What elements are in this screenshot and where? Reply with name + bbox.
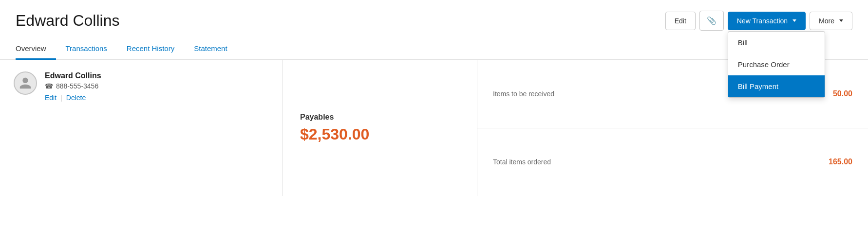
header: Edward Collins Edit 📎 New Transaction Bi…	[0, 0, 868, 38]
tab-transactions[interactable]: Transactions	[56, 38, 117, 60]
phone-icon: ☎	[45, 82, 53, 90]
payables-section: Payables $2,530.00	[283, 60, 477, 196]
payables-amount: $2,530.00	[300, 125, 459, 143]
tab-statement[interactable]: Statement	[184, 38, 237, 60]
more-label: More	[819, 17, 834, 25]
vendor-name: Edward Collins	[45, 71, 101, 80]
metric-label-items-ordered: Total items ordered	[493, 158, 551, 166]
attach-button[interactable]: 📎	[699, 11, 724, 31]
avatar	[14, 71, 37, 95]
vendor-details: Edward Collins ☎ 888-555-3456 Edit | Del…	[45, 71, 101, 102]
dropdown-item-bill-payment[interactable]: Bill Payment	[728, 75, 825, 97]
vendor-card: Edward Collins ☎ 888-555-3456 Edit | Del…	[0, 60, 283, 196]
dropdown-item-bill[interactable]: Bill	[728, 32, 825, 53]
metric-value-items-received: 50.00	[833, 89, 852, 98]
edit-button[interactable]: Edit	[665, 12, 696, 30]
new-transaction-button[interactable]: New Transaction	[728, 12, 806, 30]
edit-label: Edit	[675, 17, 686, 25]
header-actions: Edit 📎 New Transaction Bill Purchase Ord…	[665, 11, 852, 31]
dropdown-item-purchase-order[interactable]: Purchase Order	[728, 53, 825, 75]
vendor-phone: ☎ 888-555-3456	[45, 82, 101, 90]
vendor-info: Edward Collins ☎ 888-555-3456 Edit | Del…	[14, 71, 268, 102]
tab-recent-history[interactable]: Recent History	[117, 38, 184, 60]
vendor-phone-number: 888-555-3456	[56, 82, 98, 90]
page-title: Edward Collins	[16, 12, 119, 30]
more-button[interactable]: More	[810, 12, 852, 30]
new-transaction-dropdown-menu: Bill Purchase Order Bill Payment	[728, 31, 825, 98]
vendor-delete-link[interactable]: Delete	[66, 94, 86, 102]
metric-value-items-ordered: 165.00	[829, 158, 852, 166]
chevron-down-icon	[839, 19, 843, 22]
metric-row-items-ordered: Total items ordered 165.00	[477, 128, 868, 196]
page-wrapper: Edward Collins Edit 📎 New Transaction Bi…	[0, 0, 868, 246]
vendor-links: Edit | Delete	[45, 94, 101, 102]
vendor-edit-link[interactable]: Edit	[45, 94, 57, 102]
tab-overview[interactable]: Overview	[16, 38, 56, 60]
payables-label: Payables	[300, 113, 459, 122]
person-icon	[19, 76, 32, 90]
paperclip-icon: 📎	[707, 16, 717, 25]
chevron-down-icon	[793, 19, 796, 22]
divider: |	[60, 94, 62, 102]
new-transaction-dropdown-container: New Transaction Bill Purchase Order Bill…	[728, 12, 806, 30]
new-transaction-label: New Transaction	[737, 17, 788, 25]
metric-label-items-received: Items to be received	[493, 90, 554, 98]
